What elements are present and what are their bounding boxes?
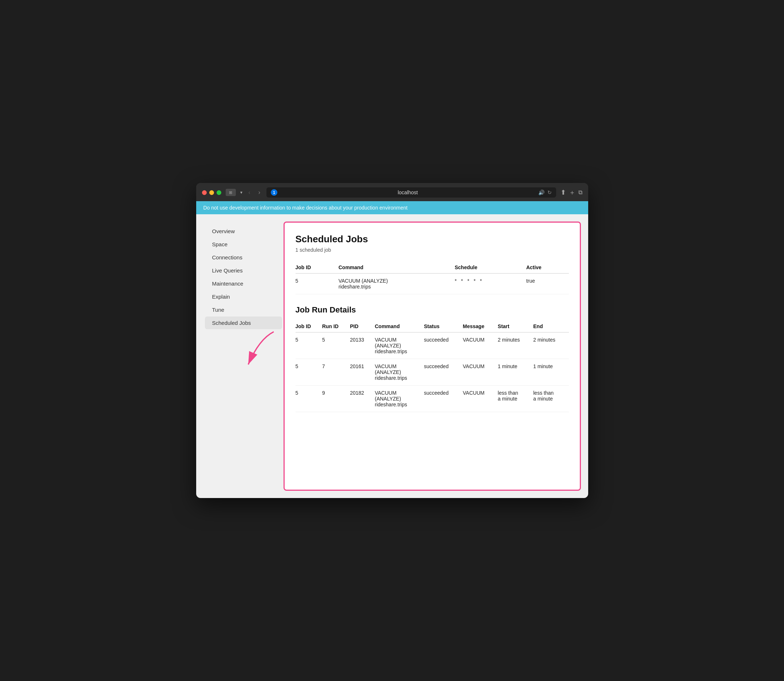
- close-button[interactable]: [202, 190, 207, 195]
- address-bar-icons: 🔊 ↻: [538, 190, 552, 195]
- dev-warning-banner: Do not use development information to ma…: [196, 201, 588, 214]
- browser-window: ⊞ ▾ ‹ › 1 localhost 🔊 ↻ ⬆ ＋ ⧉ Do not use…: [196, 183, 588, 498]
- run-cell-command: VACUUM(ANALYZE)rideshare.trips: [375, 359, 424, 386]
- cell-command: VACUUM (ANALYZE)rideshare.trips: [338, 274, 455, 294]
- table-row: 5 5 20133 VACUUM(ANALYZE)rideshare.trips…: [295, 333, 569, 359]
- run-cell-start: 1 minute: [498, 359, 533, 386]
- job-run-section-title: Job Run Details: [295, 305, 569, 315]
- tabs-icon[interactable]: ⧉: [578, 189, 582, 196]
- sidebar-item-scheduled-jobs[interactable]: Scheduled Jobs: [205, 317, 282, 329]
- run-cell-run-id: 5: [322, 333, 350, 359]
- col-active: Active: [526, 261, 569, 274]
- browser-right-icons: ⬆ ＋ ⧉: [560, 188, 582, 197]
- dev-warning-text: Do not use development information to ma…: [203, 205, 408, 211]
- run-cell-start: less thana minute: [498, 386, 533, 412]
- run-cell-end: 1 minute: [533, 359, 569, 386]
- back-button[interactable]: ‹: [247, 188, 252, 196]
- col-job-id: Job ID: [295, 261, 338, 274]
- col-run-job-id: Job ID: [295, 320, 322, 333]
- col-end: End: [533, 320, 569, 333]
- run-cell-start: 2 minutes: [498, 333, 533, 359]
- cell-job-id: 5: [295, 274, 338, 294]
- cell-active: true: [526, 274, 569, 294]
- col-run-command: Command: [375, 320, 424, 333]
- browser-chrome: ⊞ ▾ ‹ › 1 localhost 🔊 ↻ ⬆ ＋ ⧉: [196, 183, 588, 201]
- col-schedule: Schedule: [455, 261, 526, 274]
- reload-icon[interactable]: ↻: [548, 190, 552, 195]
- run-cell-status: succeeded: [424, 386, 463, 412]
- cell-schedule: * * * * *: [455, 274, 526, 294]
- sidebar-item-connections[interactable]: Connections: [205, 251, 282, 264]
- run-cell-pid: 20133: [350, 333, 375, 359]
- run-cell-end: less thana minute: [533, 386, 569, 412]
- sidebar-item-space[interactable]: Space: [205, 238, 282, 251]
- col-status: Status: [424, 320, 463, 333]
- page-content: Overview Space Connections Live Queries …: [196, 214, 588, 498]
- page-title: Scheduled Jobs: [295, 234, 569, 245]
- run-cell-job-id: 5: [295, 386, 322, 412]
- forward-button[interactable]: ›: [257, 188, 262, 196]
- scheduled-job-count: 1 scheduled job: [295, 247, 569, 253]
- chevron-down-icon[interactable]: ▾: [240, 190, 243, 195]
- run-cell-message: VACUUM: [463, 386, 498, 412]
- col-start: Start: [498, 320, 533, 333]
- run-cell-command: VACUUM(ANALYZE)rideshare.trips: [375, 333, 424, 359]
- run-cell-message: VACUUM: [463, 333, 498, 359]
- minimize-button[interactable]: [209, 190, 214, 195]
- sidebar-item-maintenance[interactable]: Maintenance: [205, 277, 282, 290]
- run-cell-status: succeeded: [424, 333, 463, 359]
- col-command: Command: [338, 261, 455, 274]
- maximize-button[interactable]: [217, 190, 221, 195]
- address-bar[interactable]: 1 localhost 🔊 ↻: [267, 187, 556, 198]
- share-icon[interactable]: ⬆: [560, 188, 566, 196]
- run-cell-command: VACUUM(ANALYZE)rideshare.trips: [375, 386, 424, 412]
- traffic-lights: [202, 190, 221, 195]
- col-pid: PID: [350, 320, 375, 333]
- main-content-panel: Scheduled Jobs 1 scheduled job Job ID Co…: [284, 222, 581, 491]
- sidebar-item-overview[interactable]: Overview: [205, 225, 282, 238]
- job-run-details-table: Job ID Run ID PID Command Status Message…: [295, 320, 569, 412]
- table-row: 5 VACUUM (ANALYZE)rideshare.trips * * * …: [295, 274, 569, 294]
- sidebar: Overview Space Connections Live Queries …: [203, 222, 284, 491]
- sidebar-item-tune[interactable]: Tune: [205, 303, 282, 316]
- sidebar-item-explain[interactable]: Explain: [205, 290, 282, 303]
- run-cell-message: VACUUM: [463, 359, 498, 386]
- url-text: localhost: [280, 190, 535, 195]
- run-cell-pid: 20161: [350, 359, 375, 386]
- col-run-id: Run ID: [322, 320, 350, 333]
- new-tab-icon[interactable]: ＋: [569, 188, 575, 197]
- run-cell-end: 2 minutes: [533, 333, 569, 359]
- audio-icon: 🔊: [538, 190, 544, 195]
- table-row: 5 7 20161 VACUUM(ANALYZE)rideshare.trips…: [295, 359, 569, 386]
- sidebar-item-live-queries[interactable]: Live Queries: [205, 264, 282, 277]
- run-cell-job-id: 5: [295, 333, 322, 359]
- onepassword-icon: 1: [271, 189, 277, 196]
- run-cell-run-id: 9: [322, 386, 350, 412]
- run-cell-pid: 20182: [350, 386, 375, 412]
- run-cell-status: succeeded: [424, 359, 463, 386]
- run-cell-job-id: 5: [295, 359, 322, 386]
- run-cell-run-id: 7: [322, 359, 350, 386]
- sidebar-toggle-icon[interactable]: ⊞: [226, 189, 236, 196]
- scheduled-jobs-table: Job ID Command Schedule Active 5 VACUUM …: [295, 261, 569, 294]
- table-row: 5 9 20182 VACUUM(ANALYZE)rideshare.trips…: [295, 386, 569, 412]
- col-message: Message: [463, 320, 498, 333]
